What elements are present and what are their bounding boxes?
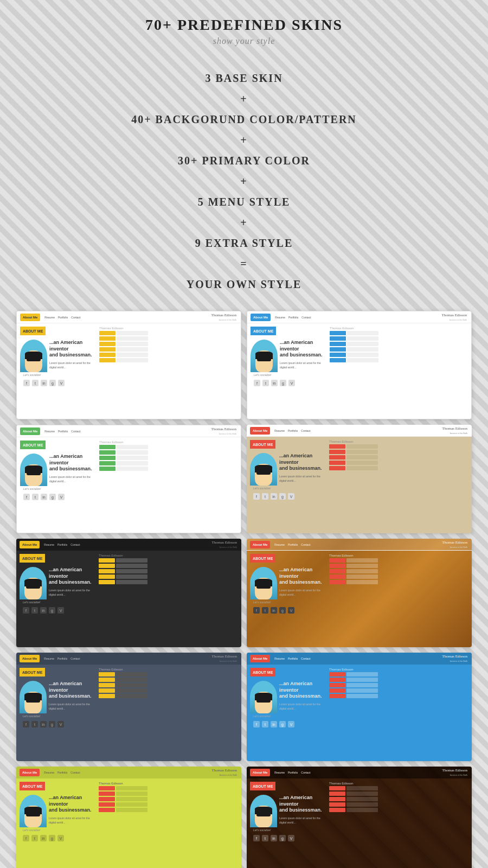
- main-title: 70+ PREDEFINED SKINS: [11, 16, 477, 34]
- feature-result: YOUR OWN STYLE: [131, 274, 357, 295]
- feature-plus-2: +: [131, 130, 357, 150]
- subtitle: show your style: [11, 36, 477, 46]
- feature-plus-3: +: [131, 171, 357, 192]
- skin-card-1: About Me Resume Portfolio Contact Thomas…: [16, 311, 241, 419]
- skin-card-9: About Me Resume Portfolio Contact Thomas…: [16, 767, 241, 868]
- feature-plus-1: +: [131, 88, 357, 109]
- skins-row-5: About Me Resume Portfolio Contact Thomas…: [11, 767, 477, 868]
- skin-card-2: About Me Resume Portfolio Contact Thomas…: [247, 311, 472, 419]
- skins-grid: About Me Resume Portfolio Contact Thomas…: [11, 305, 477, 868]
- feature-line-3: 30+ PRIMARY COLOR: [131, 150, 357, 171]
- skins-row-2: About Me Resume Portfolio Contact Thomas…: [11, 425, 477, 533]
- feature-line-5: 9 EXTRA STYLE: [131, 233, 357, 253]
- feature-line-1: 3 BASE SKIN: [131, 68, 357, 88]
- feature-line-2: 40+ BACKGORUND COLOR/PATTERN: [131, 109, 357, 130]
- skins-row-3: About Me Resume Portfolio Contact Thomas…: [11, 539, 477, 647]
- skin-card-5: About Me Resume Portfolio Contact Thomas…: [16, 539, 241, 647]
- skin-card-6: About Me Resume Portfolio Contact Thomas…: [247, 539, 472, 647]
- header-section: 70+ PREDEFINED SKINS show your style: [0, 0, 488, 57]
- features-section: 3 BASE SKIN + 40+ BACKGORUND COLOR/PATTE…: [120, 57, 368, 305]
- skin-card-8: About Me Resume Portfolio Contact Thomas…: [247, 653, 472, 761]
- feature-equals: =: [131, 253, 357, 274]
- skin-card-4: About Me Resume Portfolio Contact Thomas…: [247, 425, 472, 533]
- skin-card-3: About Me Resume Portfolio Contact Thomas…: [16, 425, 241, 533]
- feature-plus-4: +: [131, 212, 357, 233]
- skin-card-10: About Me Resume Portfolio Contact Thomas…: [247, 767, 472, 868]
- skin-card-7: About Me Resume Portfolio Contact Thomas…: [16, 653, 241, 761]
- feature-line-4: 5 MENU STYLE: [131, 192, 357, 212]
- skins-row-1: About Me Resume Portfolio Contact Thomas…: [11, 311, 477, 419]
- skins-row-4: About Me Resume Portfolio Contact Thomas…: [11, 653, 477, 761]
